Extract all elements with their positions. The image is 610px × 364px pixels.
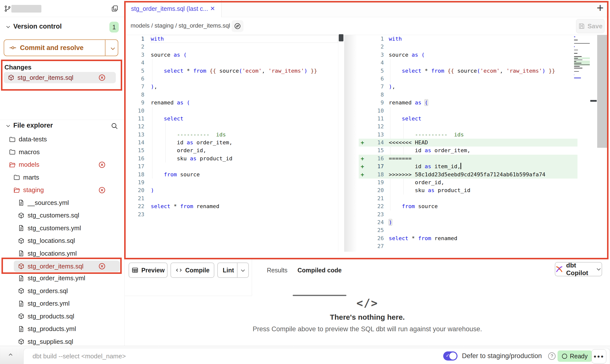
file-explorer-item-stg_order_items.sql[interactable]: stg_order_items.sql [14, 261, 120, 272]
file-explorer-item-marts[interactable]: marts [0, 171, 125, 184]
new-tab-icon[interactable]: + [597, 1, 604, 15]
file-explorer-item-stg_products.yml[interactable]: stg_products.yml [0, 323, 125, 335]
code-line-23[interactable]: 23 [125, 211, 338, 218]
file-explorer-item-staging[interactable]: staging [0, 184, 125, 197]
file-explorer-item-stg_order_items.yml[interactable]: stg_order_items.yml [0, 272, 125, 285]
code-line-6[interactable]: 6 [125, 75, 338, 83]
help-icon[interactable]: ? [548, 352, 556, 360]
chevron-down-icon[interactable] [5, 123, 11, 129]
git-branch-icon[interactable] [4, 5, 11, 12]
file-explorer-item-__sources.yml[interactable]: __sources.yml [0, 197, 125, 209]
lineage-compass-icon[interactable] [232, 20, 243, 32]
file-explorer-item-stg_customers.sql[interactable]: stg_customers.sql [0, 209, 125, 222]
code-line-9[interactable]: 9renamed as ( [359, 99, 577, 107]
more-options-button[interactable]: ●●● [592, 349, 606, 364]
discard-change-icon[interactable] [98, 262, 106, 270]
chevron-down-icon[interactable] [240, 267, 246, 273]
code-line-7[interactable]: 7), [125, 83, 338, 91]
compile-button[interactable]: Compile [170, 263, 214, 278]
code-line-2[interactable]: 2 [359, 43, 577, 51]
code-line-13[interactable]: 13 ---------- ids [359, 131, 577, 139]
code-line-1[interactable]: 1with [359, 35, 577, 43]
code-line-15[interactable]: 15 order_id, [125, 147, 338, 154]
code-line-2[interactable]: 2 [125, 43, 338, 51]
code-line-25[interactable]: 25 [359, 226, 577, 234]
file-explorer-item-macros[interactable]: macros [0, 146, 125, 159]
code-line-4[interactable]: 4 [359, 59, 577, 67]
code-line-9[interactable]: 9renamed as ( [125, 99, 338, 107]
code-line-21[interactable]: 21 [125, 195, 338, 202]
code-line-3[interactable]: 3source as ( [359, 51, 577, 59]
code-line-19[interactable]: 19 [125, 179, 338, 186]
code-line-5[interactable]: 5 select * from {{ source('ecom', 'raw_i… [359, 67, 577, 75]
preview-button[interactable]: Preview [129, 263, 168, 278]
code-line-18[interactable]: +18>>>>>>> 58c1dd23d5eebd9cd2495fa7124ab… [359, 171, 577, 179]
right-pane-scrollbar-thumb[interactable] [597, 35, 608, 148]
code-line-17[interactable]: +17 id as item_id, [359, 163, 577, 170]
command-input[interactable]: dbt build --select <model_name> ✓ Defer … [23, 348, 610, 364]
code-line-6[interactable]: 6 [359, 75, 577, 83]
discard-change-icon[interactable] [98, 74, 106, 82]
search-icon[interactable] [110, 122, 118, 130]
code-line-26[interactable]: 26select * from renamed [359, 234, 577, 242]
code-line-14[interactable]: +14<<<<<<< HEAD [359, 139, 577, 147]
chevron-down-icon[interactable] [110, 45, 116, 52]
code-line-22[interactable]: 22 from source [359, 202, 577, 210]
discard-change-icon[interactable] [98, 161, 106, 169]
code-line-19[interactable]: 19 order_id, [359, 179, 577, 186]
close-icon[interactable]: ✕ [210, 5, 215, 12]
code-line-11[interactable]: 11 select [125, 115, 338, 123]
code-line-20[interactable]: 20) [125, 186, 338, 194]
code-line-22[interactable]: 22select * from renamed [125, 202, 338, 210]
chevron-down-icon[interactable] [596, 266, 602, 272]
file-explorer-item-data-tests[interactable]: data-tests [0, 133, 125, 146]
left-pane-scrollbar[interactable] [338, 35, 344, 252]
tab-results[interactable]: Results [264, 263, 291, 278]
tab-stg-order-items[interactable]: stg_order_items.sql (last c... ✕ [125, 0, 222, 17]
file-explorer-item-stg_orders.yml[interactable]: stg_orders.yml [0, 297, 125, 310]
save-button[interactable]: Save [576, 19, 605, 33]
file-explorer-item-stg_customers.yml[interactable]: stg_customers.yml [0, 222, 125, 235]
code-line-8[interactable]: 8 [359, 91, 577, 99]
branch-name-redacted[interactable] [11, 5, 41, 13]
code-line-8[interactable]: 8 [125, 91, 338, 99]
file-explorer-item-stg_locations.sql[interactable]: stg_locations.sql [0, 234, 125, 247]
code-line-5[interactable]: 5 select * from {{ source('ecom', 'raw_i… [125, 67, 338, 75]
code-line-1[interactable]: 1with [125, 35, 338, 43]
code-line-15[interactable]: 15 id as order_item, [359, 147, 577, 154]
file-explorer-item-stg_orders.sql[interactable]: stg_orders.sql [0, 285, 125, 298]
code-line-23[interactable]: 23 [359, 211, 577, 218]
discard-change-icon[interactable] [98, 186, 106, 194]
commit-and-resolve-button[interactable]: Commit and resolve [4, 39, 118, 56]
lint-button[interactable]: Lint [217, 263, 249, 278]
left-pane-scrollbar-thumb[interactable] [339, 34, 343, 41]
tab-compiled-code[interactable]: Compiled code [293, 263, 346, 278]
code-line-13[interactable]: 13 ---------- ids [125, 131, 338, 139]
code-line-12[interactable]: 12 [359, 123, 577, 131]
minimap[interactable] [574, 36, 590, 81]
file-explorer-item-models[interactable]: models [0, 158, 125, 171]
code-line-16[interactable]: +16======= [359, 155, 577, 163]
dbt-copilot-button[interactable]: dbt Copilot [555, 262, 602, 276]
code-pane-local[interactable]: 1with23source as (45 select * from {{ so… [125, 35, 338, 218]
code-line-4[interactable]: 4 [125, 59, 338, 67]
code-line-10[interactable]: 10 [359, 107, 577, 115]
code-line-14[interactable]: 14 id as order_item, [125, 139, 338, 147]
code-line-11[interactable]: 11 select [359, 115, 577, 123]
code-pane-editable[interactable]: 1with23source as (45 select * from {{ so… [359, 35, 577, 250]
chevron-down-icon[interactable] [5, 24, 11, 30]
code-line-3[interactable]: 3source as ( [125, 51, 338, 59]
code-line-20[interactable]: 20 sku as product_id [359, 186, 577, 194]
code-line-7[interactable]: 7), [359, 83, 577, 91]
chevron-up-icon[interactable] [7, 351, 14, 358]
code-line-10[interactable]: 10 [125, 107, 338, 115]
defer-toggle[interactable]: ✓ [443, 351, 458, 361]
code-line-12[interactable]: 12 [125, 123, 338, 131]
code-line-16[interactable]: 16 sku as product_id [125, 155, 338, 163]
code-line-21[interactable]: 21 [359, 195, 577, 202]
code-line-27[interactable]: 27 [359, 242, 577, 250]
code-line-18[interactable]: 18 from source [125, 171, 338, 179]
copy-icon[interactable] [111, 5, 119, 12]
file-explorer-item-stg_locations.yml[interactable]: stg_locations.yml [0, 247, 125, 260]
code-line-17[interactable]: 17 [125, 163, 338, 170]
